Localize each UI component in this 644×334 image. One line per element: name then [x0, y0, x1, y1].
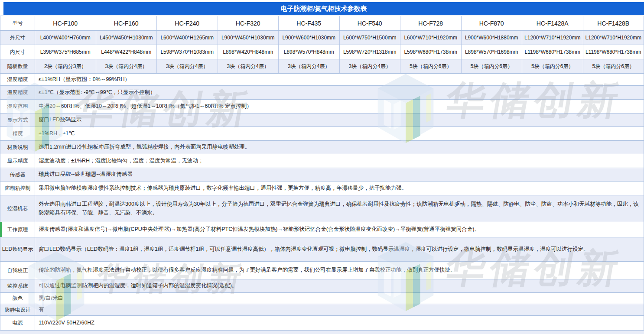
spec-description-text: 窗口LED数码显示（LED数码管：温度1组，湿度1组，适度调节杆1组，可以任意调…: [39, 245, 589, 253]
table-row: 工作原理湿度传感器(湿度和温度信号)→微电脑(CPU中央处理器)→加热器(高分子…: [0, 222, 644, 237]
table-row: 型号HC-F100HC-F160HC-F240HC-F320HC-F435HC-…: [0, 16, 644, 31]
table-row: 湿度精度≤±1%RH（显示范围：0%～99%RH）: [0, 74, 644, 86]
model-header-text: HC-F160: [114, 20, 139, 27]
spec-description-text: ±1%RH，±1℃: [39, 130, 75, 138]
spec-value: L400*W400*H760mm: [35, 31, 96, 45]
spec-value-text: 3块（箱内分4层）: [166, 63, 208, 70]
spec-value: L600*W400*H1265mm: [157, 31, 218, 45]
spec-value-text: L398*W375*H685mm: [40, 49, 91, 55]
spec-description: ≤±1℃（显示范围: -9℃～99℃，只显示不控制）: [35, 86, 644, 99]
row-label-text: 材质说明: [7, 144, 28, 151]
row-label-text: 显示精度: [7, 158, 28, 164]
spec-value-text: L1198*W680*H1738mm: [524, 49, 580, 55]
table-row: 传感器瑞典进口品牌--盛世瑞恩--温湿度传感器: [0, 168, 644, 182]
table-row: 防静电设计有: [0, 304, 644, 316]
row-label: 材质说明: [0, 141, 35, 154]
spec-value: L1198*W680*H1738mm: [583, 45, 644, 59]
model-header: HC-F240: [157, 16, 218, 30]
table-row: 精度±1%RH，±1℃: [0, 127, 644, 141]
row-label-text: 自我校正: [7, 267, 28, 274]
page-title: 电子防潮柜/氮气柜技术参数表: [280, 5, 367, 13]
row-label: 隔板数量: [0, 59, 35, 73]
spec-table: 型号HC-F100HC-F160HC-F240HC-F320HC-F435HC-…: [0, 16, 644, 331]
spec-value: L450*W450*H1030mm: [96, 31, 157, 45]
model-header-text: HC-F728: [418, 20, 443, 27]
spec-value-text: 5块（箱内分6层）: [471, 63, 513, 70]
spec-value-text: L898*W420*H848mm: [223, 49, 273, 55]
table-title-bar: 电子防潮柜/氮气柜技术参数表: [3, 2, 644, 15]
spec-value-text: L1198*W680*H1738mm: [585, 49, 641, 55]
row-label: 监控系统: [0, 279, 35, 292]
row-label-text: 型号: [13, 20, 23, 26]
spec-value: L898*W570*H848mm: [279, 45, 340, 59]
spec-value: L900*W600*H1030mm: [279, 31, 340, 45]
row-label: 温度精度: [0, 86, 35, 99]
model-header-text: HC-F540: [358, 20, 382, 27]
row-label: 控湿机芯: [0, 195, 35, 222]
spec-value-text: 5块（箱内分6层）: [531, 63, 573, 70]
row-label-text: 传感器: [10, 172, 26, 178]
row-label: 防静电设计: [0, 304, 35, 315]
spec-description-text: 瑞典进口品牌--盛世瑞恩--温湿度传感器: [39, 170, 133, 178]
row-label-text: 隔板数量: [7, 63, 28, 70]
spec-description: 窗口LED数码显示（LED数码管：温度1组，湿度1组，适度调节杆1组，可以任意调…: [35, 237, 644, 261]
model-header: HC-F540: [340, 16, 401, 30]
spec-description-text: 110V/220V-50HZ/60HZ: [39, 319, 94, 327]
spec-description: 110V/220V-50HZ/60HZ: [35, 316, 644, 330]
spec-value-text: L598*W680*H1738mm: [404, 49, 457, 55]
spec-description-text: 选用1.2mm进口冷轧钢板冲压折弯成型，氩弧精密焊接，内外表面均采用静电喷塑处理…: [39, 143, 250, 151]
spec-description: 瑞典进口品牌--盛世瑞恩--温湿度传感器: [35, 168, 644, 181]
model-header-text: HC-F870: [479, 20, 504, 27]
spec-value-text: L600*W710*H1920mm: [404, 35, 457, 41]
row-label-text: 内尺寸: [10, 49, 26, 55]
model-header-text: HC-F435: [296, 20, 321, 27]
spec-value: L898*W570*H1698mm: [462, 45, 523, 59]
spec-value: L900*W450*H1030mm: [218, 31, 279, 45]
spec-description: 外壳选用南韩进口工程塑胶，耐温达300度以上，设计使用寿命为30年以上，分子筛为…: [35, 195, 644, 222]
model-header: HC-F870: [462, 16, 523, 30]
spec-value-text: L1200*W710*H1920mm: [585, 35, 641, 41]
model-header-text: HC-F240: [175, 20, 199, 27]
row-label: 传感器: [0, 168, 35, 181]
spec-description-text: 湿度波动度：±1%RH；湿度比较均匀，温度：温度为常温，无波动；: [39, 157, 203, 165]
spec-value: 5块（箱内分6层）: [522, 59, 583, 73]
spec-value: L598*W680*H1738mm: [400, 45, 462, 59]
table-row: 内尺寸L398*W375*H685mmL448*W422*H848mmL598*…: [0, 45, 644, 59]
spec-value-text: L450*W450*H1030mm: [100, 35, 153, 41]
spec-value-text: L600*W400*H1265mm: [160, 35, 214, 41]
spec-value-text: L1200*W710*H1920mm: [524, 35, 580, 41]
model-header-text: HC-F100: [53, 20, 78, 27]
row-label: 湿度范围: [0, 100, 35, 113]
row-label: 显示方式: [0, 113, 35, 126]
row-label-text: 控湿机芯: [7, 205, 28, 212]
spec-value: 3块（箱内分4层）: [279, 59, 340, 73]
table-row: 电源110V/220V-50HZ/60HZ: [0, 316, 644, 331]
row-label-text: 精度: [13, 130, 23, 137]
row-label-text: 电源: [13, 320, 23, 326]
row-label-text: 温度精度: [7, 89, 28, 96]
spec-value: 5块（箱内分6层）: [462, 59, 523, 73]
spec-description: 采用微电脑智能模糊湿度惯性系统控制技术；传感器为瑞典原装进口，数字化频率输出端口…: [35, 182, 644, 195]
row-label-text: 防静电设计: [5, 307, 31, 313]
table-row: 显示方式窗口LED数码显示: [0, 113, 644, 127]
spec-value: L598*W720*H1318mm: [340, 45, 401, 59]
spec-value: L600*W710*H1920mm: [400, 31, 462, 45]
row-label: LED数码显示: [0, 237, 35, 261]
row-label-text: 监控系统: [7, 283, 28, 289]
spec-description: 湿度传感器(湿度和温度信号)→微电脑(CPU中央处理器)→加热器(高分子材料PT…: [35, 222, 644, 237]
spec-value: L398*W375*H685mm: [35, 45, 96, 59]
spec-value: L1200*W710*H1920mm: [522, 31, 583, 45]
row-label: 型号: [0, 16, 35, 30]
spec-value-text: L598*W720*H1318mm: [343, 49, 397, 55]
spec-value-text: L448*W422*H848mm: [101, 49, 151, 55]
row-label: 外尺寸: [0, 31, 35, 45]
spec-value-text: 5块（箱内分6层）: [410, 63, 452, 70]
row-label-text: 外尺寸: [10, 35, 26, 41]
table-row: 颜色黑/白/米白: [0, 293, 644, 304]
spec-sheet-page: 电子防潮柜/氮气柜技术参数表 型号HC-F100HC-F160HC-F240HC…: [0, 0, 644, 334]
table-row: 材质说明选用1.2mm进口冷轧钢板冲压折弯成型，氩弧精密焊接，内外表面均采用静电…: [0, 141, 644, 154]
spec-value: 2块（箱内分3层）: [35, 59, 96, 73]
spec-description-text: 中湿20～60RH%、低湿10～20RH%、超低湿1～10RH%（氮气柜1～60…: [39, 102, 252, 110]
model-header: HC-F160: [96, 16, 157, 30]
spec-value-text: L900*W600*H1880mm: [465, 35, 518, 41]
